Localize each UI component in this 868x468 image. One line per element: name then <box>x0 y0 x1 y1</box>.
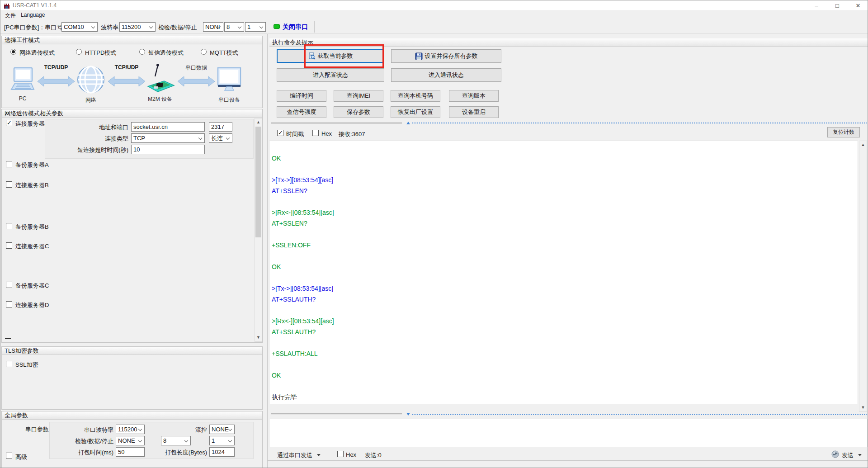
server-a-address-input[interactable]: socket.usr.cn <box>131 122 205 132</box>
conn-type-select[interactable]: TCP <box>131 133 205 143</box>
node-label-pc: PC <box>9 95 37 102</box>
send-input-area[interactable] <box>269 419 868 447</box>
chevron-down-icon <box>238 25 241 28</box>
chevron-down-icon <box>226 136 230 140</box>
flow-control-select[interactable]: NONE <box>209 425 235 434</box>
factory-reset-button[interactable]: 恢复出厂设置 <box>391 106 440 118</box>
pack-time-input[interactable]: 50 <box>116 447 145 457</box>
log-line: >[Rx<-][08:53:54][asc] <box>272 207 856 218</box>
scroll-up-icon[interactable]: ▲ <box>859 142 867 148</box>
query-imei-button[interactable]: 查询IMEI <box>334 90 383 102</box>
server-b-label: 连接服务器B <box>15 181 49 189</box>
reset-count-button[interactable]: 复位计数 <box>827 127 860 137</box>
serial-baud-label: 串口波特率 <box>68 426 113 434</box>
radio-httpd-mode[interactable] <box>76 49 82 55</box>
short-conn-timeout-label: 短连接超时时间(秒) <box>55 146 128 154</box>
top-splitter[interactable] <box>271 122 868 125</box>
arrow-network-m2m <box>108 76 145 87</box>
server-a-checkbox[interactable] <box>6 120 12 126</box>
databits-select[interactable]: 8 <box>224 22 244 32</box>
send-mode-dropdown[interactable]: 通过串口发送 <box>277 451 312 459</box>
chevron-down-icon <box>138 427 142 431</box>
node-label-m2m: M2M 设备 <box>144 95 176 103</box>
pack-time-label: 打包时间(ms) <box>68 449 113 457</box>
radio-mqtt-mode[interactable] <box>201 49 207 55</box>
magnifier-doc-icon <box>308 52 316 60</box>
net-params-scrollbar[interactable]: ▲ ▼ <box>255 118 262 342</box>
stopbits-select[interactable]: 1 <box>245 22 266 32</box>
log-line: +SSLAUTH:ALL <box>272 348 856 359</box>
chevron-down-icon <box>228 427 232 431</box>
log-hex-checkbox[interactable] <box>312 130 319 136</box>
compile-time-button[interactable]: 编译时间 <box>277 90 326 102</box>
server-a-port-input[interactable]: 2317 <box>209 122 232 132</box>
backup-server-a-checkbox[interactable] <box>6 161 12 167</box>
menu-item-file[interactable]: 文件 <box>5 12 16 19</box>
command-panel-header: 执行命令及提示 <box>269 38 868 47</box>
scroll-down-icon[interactable]: ▼ <box>255 334 262 341</box>
chevron-down-icon[interactable] <box>317 454 321 456</box>
close-port-button[interactable]: 关闭串口 <box>283 23 308 31</box>
advanced-label: 高级 <box>15 453 27 461</box>
short-conn-timeout-input[interactable]: 10 <box>131 145 205 154</box>
timestamp-checkbox[interactable] <box>277 130 283 136</box>
enter-comm-button[interactable]: 进入通讯状态 <box>391 68 501 82</box>
global-params-header: 全局参数 <box>2 411 262 420</box>
backup-server-c-checkbox[interactable] <box>6 282 12 288</box>
menu-item-language[interactable]: Language <box>21 12 45 18</box>
radio-sms-mode[interactable] <box>139 49 145 55</box>
ssl-label: SSL加密 <box>15 361 38 369</box>
log-line <box>272 359 856 370</box>
query-version-button[interactable]: 查询版本 <box>449 90 499 102</box>
pc-serial-label: [PC串口参数]：串口号 <box>4 24 62 32</box>
server-c-checkbox[interactable] <box>6 242 12 249</box>
global-databits-select[interactable]: 8 <box>161 436 191 445</box>
log-scrollbar[interactable]: ▲ ▼ <box>859 141 867 412</box>
parity-select[interactable]: NONI <box>203 22 223 32</box>
get-params-button[interactable]: 获取当前参数 <box>277 49 384 63</box>
advanced-checkbox[interactable] <box>6 453 12 459</box>
close-button[interactable]: ✕ <box>848 0 868 11</box>
app-icon <box>4 3 10 9</box>
server-d-checkbox[interactable] <box>6 301 12 307</box>
splitter-collapse-icon[interactable] <box>406 413 410 416</box>
log-lines: OK >[Tx->][08:53:54][asc]AT+SSLEN? >[Rx<… <box>272 153 856 402</box>
scrollbar-thumb[interactable] <box>255 127 261 237</box>
arrow-pc-network <box>38 76 75 87</box>
enter-config-button[interactable]: 进入配置状态 <box>277 68 384 82</box>
com-port-select[interactable]: COM10 <box>61 22 98 32</box>
maximize-button[interactable]: □ <box>827 0 848 11</box>
global-stopbits-select[interactable]: 1 <box>209 436 235 445</box>
link-label-tcp-udp-1: TCP/UDP <box>38 64 75 71</box>
baud-select[interactable]: 115200 <box>119 22 156 32</box>
send-bar <box>268 448 868 461</box>
device-restart-button[interactable]: 设备重启 <box>449 106 499 118</box>
work-mode-header: 选择工作模式 <box>2 36 262 44</box>
flow-control-label: 流控 <box>180 426 207 434</box>
log-line <box>272 381 856 392</box>
radio-network-mode[interactable] <box>10 49 16 55</box>
conn-mode-select[interactable]: 长连 <box>209 133 232 143</box>
save-params-button[interactable]: 保存参数 <box>334 106 383 118</box>
set-save-params-button[interactable]: 设置并保存所有参数 <box>391 49 501 63</box>
scroll-down-icon[interactable]: ▼ <box>859 404 867 411</box>
chevron-down-icon[interactable] <box>858 454 862 456</box>
serial-baud-select[interactable]: 115200 <box>116 425 145 434</box>
backup-server-b-checkbox[interactable] <box>6 223 12 229</box>
server-b-checkbox[interactable] <box>6 181 12 188</box>
log-line: OK <box>272 261 856 272</box>
ssl-checkbox[interactable] <box>6 361 12 367</box>
bottom-splitter[interactable] <box>271 413 868 416</box>
splitter-collapse-icon[interactable] <box>406 122 410 124</box>
minimize-button[interactable]: – <box>806 0 827 11</box>
log-line: OK <box>272 153 856 164</box>
pack-length-input[interactable]: 1024 <box>209 447 235 457</box>
scroll-up-icon[interactable]: ▲ <box>255 119 262 126</box>
log-area[interactable]: OK >[Tx->][08:53:54][asc]AT+SSLEN? >[Rx<… <box>269 141 858 404</box>
server-d-label: 连接服务器D <box>15 301 49 309</box>
send-hex-checkbox[interactable] <box>337 451 344 457</box>
query-local-number-button[interactable]: 查询本机号码 <box>391 90 440 102</box>
send-button[interactable]: 发送 <box>842 451 854 459</box>
global-parity-select[interactable]: NONE <box>116 436 145 445</box>
query-signal-button[interactable]: 查信号强度 <box>277 106 326 118</box>
